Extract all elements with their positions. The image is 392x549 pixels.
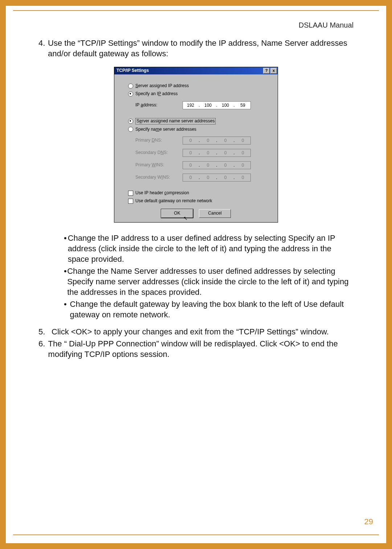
bullet-3-text: Change the default gateway by leaving th… [70,299,354,320]
bullet-dot: • [64,266,67,297]
wins-octet: 0 [183,174,198,181]
primary-wins-field: 0. 0. 0. 0 [183,161,251,169]
ip-octet-3[interactable]: 100 [218,102,233,109]
dialog-body: SServer assigned IP addresserver assigne… [114,74,278,222]
bullet-dot: • [64,233,68,264]
secondary-dns-row: Secondary DNS: Secondary DNS: 0. 0. 0. 0 [135,149,273,157]
cursor-icon: ↖ [183,215,188,222]
bottom-rule [13,534,379,535]
page-number: 29 [364,517,373,526]
cancel-button[interactable]: Cancel [199,209,231,218]
step-5-number: 5. [38,326,52,337]
dns-octet: 0 [235,149,250,156]
step-5-text: Click <OK> to apply your changes and exi… [52,326,329,337]
close-button[interactable]: x [270,68,277,74]
dns-octet: 0 [183,137,198,144]
option-specify-ip[interactable]: Specify an IP address Specify an IP addr… [128,91,273,97]
dns-octet: 0 [218,137,233,144]
help-button[interactable]: ? [263,68,270,74]
step-5: 5. Click <OK> to apply your changes and … [38,326,354,337]
wins-octet: 0 [218,174,233,181]
ip-octet-2[interactable]: 100 [200,102,216,109]
wins-octet: 0 [200,174,216,181]
secondary-wins-field: 0. 0. 0. 0 [183,174,251,182]
titlebar: TCP/IP Settings ? x [114,67,278,74]
ok-label: OK [174,211,180,216]
dialog-title: TCP/IP Settings [117,68,262,74]
radio-icon [128,119,133,124]
ok-button[interactable]: OK ↖ [161,209,193,218]
radio-icon [128,127,133,132]
ip-address-row: IP address: IP address: 192. 100. 100. 5… [135,101,273,109]
bullet-2-text: Change the Name Server addresses to user… [67,266,354,297]
step-6-number: 6. [38,338,48,359]
wins-octet: 0 [183,162,198,169]
step-4-number: 4. [38,38,48,59]
checkbox-ip-header-compression[interactable]: Use IP header compression Use IP header … [128,190,273,196]
ip-address-field[interactable]: 192. 100. 100. 59 [183,101,251,109]
content: 4. Use the “TCP/IP Settings” window to m… [38,38,354,359]
bullet-list: • Change the IP address to a user define… [64,233,354,320]
checkbox-icon [128,199,133,204]
checkbox-default-gateway[interactable]: Use default gateway on remote network Us… [128,198,273,204]
header-title: DSLAAU Manual [299,21,354,29]
dns-octet: 0 [200,149,216,156]
bullet-3: • Change the default gateway by leaving … [64,299,354,320]
manual-page: DSLAAU Manual 4. Use the “TCP/IP Setting… [6,6,386,543]
secondary-wins-row: Secondary WINS: Secondary WINS: 0. 0. 0.… [135,174,273,182]
wins-octet: 0 [235,162,250,169]
bullet-1: • Change the IP address to a user define… [64,233,354,264]
top-rule [13,10,379,11]
dns-octet: 0 [235,137,250,144]
bullet-1-text: Change the IP address to a user defined … [68,233,354,264]
bullet-dot: • [64,299,70,320]
primary-wins-row: Primary WINS: Primary WINS: 0. 0. 0. 0 [135,161,273,169]
bullet-2: • Change the Name Server addresses to us… [64,266,354,297]
tcpip-settings-dialog: TCP/IP Settings ? x SServer assigned IP … [114,67,278,223]
wins-octet: 0 [200,162,216,169]
primary-dns-row: Primary DNS: Primary DNS: 0. 0. 0. 0 [135,137,273,145]
step-6: 6. The “ Dial-Up PPP Connection” window … [38,338,354,359]
dns-octet: 0 [183,149,198,156]
button-row: OK ↖ Cancel [119,209,273,218]
step-4-text: Use the “TCP/IP Settings” window to modi… [48,38,354,59]
option-server-assigned-ip[interactable]: SServer assigned IP addresserver assigne… [128,83,273,89]
primary-dns-field: 0. 0. 0. 0 [183,137,251,145]
wins-octet: 0 [218,162,233,169]
radio-icon [128,84,133,89]
secondary-dns-field: 0. 0. 0. 0 [183,149,251,157]
checkbox-icon [128,191,133,196]
dns-octet: 0 [218,149,233,156]
step-4: 4. Use the “TCP/IP Settings” window to m… [38,38,354,59]
option-server-assigned-ns[interactable]: Server assigned name server addresses Se… [128,118,273,125]
option-specify-ns[interactable]: Specify name server addresses Specify na… [128,127,273,133]
step-6-text: The “ Dial-Up PPP Connection” window wil… [48,338,354,359]
radio-icon [128,92,133,97]
ip-octet-4[interactable]: 59 [235,102,250,109]
dns-octet: 0 [200,137,216,144]
wins-octet: 0 [235,174,250,181]
ip-octet-1[interactable]: 192 [183,102,198,109]
